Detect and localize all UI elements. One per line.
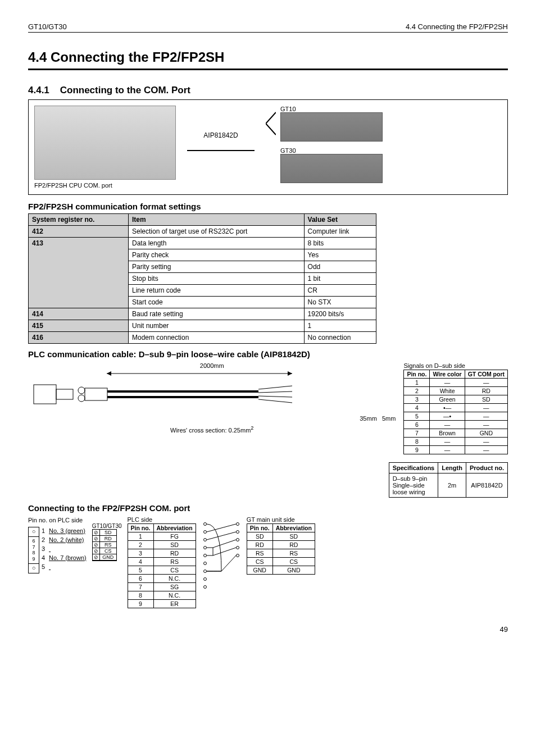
svg-point-7: [78, 395, 85, 402]
header-left: GT10/GT30: [28, 22, 67, 31]
plc-side-caption: Pin no. on PLC side: [28, 516, 87, 525]
cable-heading: PLC communication cable: D–sub 9–pin loo…: [28, 349, 508, 359]
signal-cell: 4: [404, 404, 430, 412]
signal-cell: 3: [404, 395, 430, 404]
dsub-top-icon: ○: [29, 527, 39, 537]
gt30-image: [280, 154, 383, 183]
plc-wire-line: 1 No. 3 (green): [42, 527, 87, 536]
signal-cell: —•: [430, 412, 465, 421]
svg-point-24: [236, 523, 239, 526]
gt-term-row: ⊘GND: [93, 554, 116, 561]
settings-cell: Parity check: [128, 249, 304, 261]
plc-table-cell: 4: [128, 558, 153, 566]
plc-table-cell: 2: [128, 541, 153, 549]
plc-table-cell: RD: [153, 549, 196, 558]
settings-table: System register no. Item Value Set 412Se…: [28, 213, 376, 344]
signal-cell: 9: [404, 446, 430, 454]
dim-mid: 35mm: [360, 415, 377, 422]
signal-cell: 7: [404, 429, 430, 438]
gtmain-cell: RS: [247, 549, 272, 558]
sig-col1: Wire color: [430, 370, 465, 379]
settings-cell: Modem connection: [128, 332, 304, 344]
plc-table-cell: SD: [153, 541, 196, 549]
spec-pn: AIP81842D: [466, 473, 507, 498]
settings-cell: Baud rate setting: [128, 308, 304, 320]
settings-cell: Yes: [304, 249, 376, 261]
settings-cell: Data length: [128, 238, 304, 249]
svg-point-15: [203, 523, 206, 526]
signal-cell: 5: [404, 412, 430, 421]
plc-table-cell: 9: [128, 600, 153, 608]
square-superscript: 2: [251, 425, 253, 431]
settings-cell: Selection of target use of RS232C port: [128, 226, 304, 238]
svg-point-26: [236, 539, 239, 541]
svg-point-19: [203, 554, 206, 557]
wire-cross-section: Wires' cross section: 0.25mm: [170, 427, 251, 434]
plc-table-caption: PLC side: [128, 516, 196, 523]
header-right: 4.4 Connecting the FP2/FP2SH: [406, 22, 508, 31]
subsection-text: Connecting to the COM. Port: [60, 85, 190, 95]
signal-cell: —: [465, 379, 507, 387]
gt-term-row: ⊘RD: [93, 536, 116, 542]
signal-cell: Green: [430, 395, 465, 404]
signal-cell: 6: [404, 421, 430, 429]
svg-point-6: [78, 387, 85, 394]
cable-svg: [28, 369, 298, 414]
plc-side-block: Pin no. on PLC side ○ 6 7 8 9 ○ 1 No. 3 …: [28, 516, 87, 573]
settings-cell: Unit number: [128, 320, 304, 332]
settings-cell: No connection: [304, 332, 376, 344]
svg-rect-5: [56, 389, 73, 399]
signal-cell: —: [465, 446, 507, 454]
gtmain-cell: RS: [272, 549, 315, 558]
page-number: 49: [28, 625, 508, 634]
gtmain-cell: SD: [247, 532, 272, 541]
plc-table-cell: 8: [128, 591, 153, 600]
svg-line-30: [207, 532, 236, 540]
spec-table: Specifications Length Product no. D–sub …: [389, 462, 508, 498]
svg-point-23: [203, 586, 206, 589]
plc-table-cell: CS: [153, 566, 196, 575]
plc-table-cell: N.C.: [153, 575, 196, 583]
plc-wire-line: 2 No. 2 (white): [42, 536, 87, 545]
svg-point-16: [203, 531, 206, 534]
settings-cell: Line return code: [128, 285, 304, 297]
plc-table: Pin no. Abbreviation 1FG2SD3RD4RS5CS6N.C…: [128, 523, 196, 608]
col-reg: System register no.: [29, 214, 129, 226]
settings-cell: Computer link: [304, 226, 376, 238]
col-item: Item: [128, 214, 304, 226]
svg-line-31: [213, 540, 236, 548]
settings-cell: No STX: [304, 297, 376, 308]
plc-table-cell: RS: [153, 558, 196, 566]
gt-terminal-block: ⊘SD⊘RD⊘RS⊘CS⊘GND: [92, 529, 117, 561]
svg-point-21: [203, 570, 206, 573]
signal-cell: —: [465, 438, 507, 446]
conn-heading: Connecting to the FP2/FP2SH COM. port: [28, 503, 508, 513]
svg-point-20: [203, 562, 206, 565]
plc-table-cell: 5: [128, 566, 153, 575]
plc-wire-line: 3: [42, 545, 87, 554]
section-title: 4.4 Connecting the FP2/FP2SH: [28, 49, 508, 70]
dim-end: 5mm: [382, 415, 396, 422]
col-value: Value Set: [304, 214, 376, 226]
svg-line-12: [258, 391, 292, 393]
subsection-title: 4.4.1 Connecting to the COM. Port: [28, 85, 508, 96]
signal-cell: SD: [465, 395, 507, 404]
settings-cell: 19200 bits/s: [304, 308, 376, 320]
settings-heading: FP2/FP2SH communication format settings: [28, 202, 508, 211]
gtmain-cell: CS: [247, 558, 272, 566]
plc-table-cell: 7: [128, 583, 153, 591]
settings-cell: 1 bit: [304, 273, 376, 285]
gt10-label: GT10: [280, 106, 383, 112]
signal-cell: —: [465, 412, 507, 421]
signal-cell: —: [430, 438, 465, 446]
svg-point-22: [203, 578, 206, 581]
svg-marker-2: [107, 371, 111, 376]
gt-term-label: GT10/GT30: [92, 523, 122, 529]
reg-cell: 416: [29, 332, 129, 344]
gt-term-row: ⊘RS: [93, 542, 116, 548]
svg-point-18: [203, 546, 206, 549]
svg-point-17: [203, 539, 206, 541]
plc-caption: FP2/FP2SH CPU COM. port: [34, 182, 176, 189]
signal-cell: —: [430, 379, 465, 387]
signal-cell: White: [430, 387, 465, 395]
